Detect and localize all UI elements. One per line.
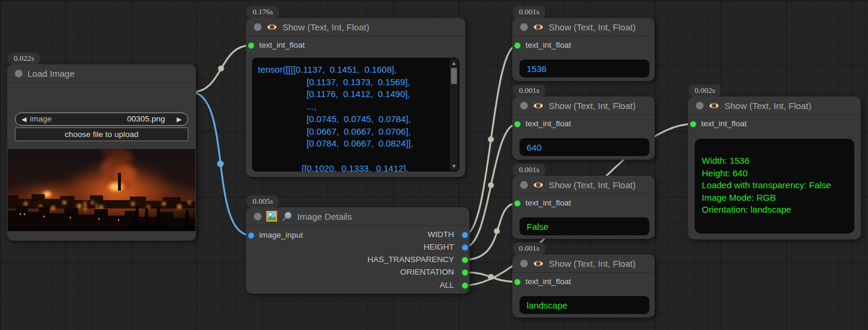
scrollbar[interactable]: ▲ ▼ bbox=[450, 59, 458, 170]
tensor-line bbox=[258, 150, 446, 163]
link-midpoint-dot bbox=[218, 66, 224, 71]
node-image-details[interactable]: 0.005s Image Details image_input WIDTH H… bbox=[246, 207, 469, 294]
value-display[interactable]: 1536 bbox=[519, 60, 649, 77]
node-show-all[interactable]: 0.002s Show (Text, Int, Float) text_int_… bbox=[688, 96, 861, 239]
value-display[interactable]: 640 bbox=[519, 138, 649, 156]
output-label-height: HEIGHT bbox=[424, 242, 454, 252]
output-slot-has-transparency[interactable] bbox=[462, 257, 468, 263]
scroll-down-icon[interactable]: ▼ bbox=[450, 163, 458, 170]
node-header[interactable]: Show (Text, Int, Float) bbox=[246, 18, 465, 36]
output-label-all: ALL bbox=[440, 281, 454, 290]
eye-icon bbox=[533, 21, 544, 33]
input-label: image_input bbox=[259, 231, 303, 240]
output-label-has-transparency: HAS_TRANSPARENCY bbox=[368, 255, 454, 264]
node-header[interactable]: Show (Text, Int, Float) bbox=[512, 176, 655, 194]
node-status-dot bbox=[15, 70, 23, 77]
combo-prev-arrow-icon[interactable]: ◀ bbox=[21, 113, 26, 125]
eye-icon bbox=[708, 100, 720, 111]
execution-time-badge: 0.022s bbox=[8, 52, 40, 64]
node-title: Show (Text, Int, Float) bbox=[282, 22, 369, 32]
input-slot-image-input[interactable] bbox=[248, 232, 254, 239]
summary-line: Image Mode: RGB bbox=[702, 192, 847, 204]
execution-time-badge: 0.001s bbox=[513, 85, 545, 96]
summary-line: Loaded with transparency: False bbox=[702, 179, 847, 192]
node-status-dot bbox=[520, 102, 528, 110]
node-header[interactable]: Load Image bbox=[7, 64, 196, 83]
node-header[interactable]: Show (Text, Int, Float) bbox=[512, 254, 655, 273]
picture-icon bbox=[266, 211, 277, 222]
execution-time-badge: 0.001s bbox=[513, 164, 545, 176]
link-midpoint-dot bbox=[494, 228, 500, 234]
input-slot-text-int-float[interactable] bbox=[248, 42, 254, 49]
combo-next-arrow-icon[interactable]: ▶ bbox=[177, 113, 182, 125]
magnifier-icon bbox=[282, 211, 293, 222]
node-show-height[interactable]: 0.001s Show (Text, Int, Float) text_int_… bbox=[512, 96, 655, 160]
node-header[interactable]: Image Details bbox=[246, 207, 469, 226]
link-midpoint-dot bbox=[217, 161, 224, 167]
summary-line: Orientation: landscape bbox=[702, 204, 847, 216]
tensor-line: [0.1176, 0.1412, 0.1490], bbox=[258, 88, 446, 101]
choose-file-button[interactable]: choose file to upload bbox=[15, 127, 188, 141]
output-label-orientation: ORIENTATION bbox=[400, 267, 454, 277]
summary-line: Width: 1536 bbox=[702, 155, 847, 167]
node-header[interactable]: Show (Text, Int, Float) bbox=[512, 18, 655, 36]
node-show-width[interactable]: 0.001s Show (Text, Int, Float) text_int_… bbox=[512, 18, 655, 81]
eye-icon bbox=[533, 258, 544, 269]
link-midpoint-dot bbox=[488, 274, 494, 280]
node-header[interactable]: Show (Text, Int, Float) bbox=[688, 96, 861, 115]
execution-time-badge: 0.002s bbox=[689, 85, 721, 96]
tensor-line: [0.0667, 0.0667, 0.0706], bbox=[258, 126, 446, 138]
input-label: text_int_float bbox=[259, 41, 305, 50]
tensor-line: ..., bbox=[258, 101, 446, 113]
input-slot-text-int-float[interactable] bbox=[514, 279, 521, 285]
node-status-dot bbox=[696, 102, 704, 110]
output-slot-width[interactable] bbox=[462, 232, 468, 238]
execution-time-badge: 0.176s bbox=[247, 6, 279, 18]
link-midpoint-dot bbox=[488, 136, 494, 142]
input-slot-text-int-float[interactable] bbox=[514, 200, 521, 207]
node-header[interactable]: Show (Text, Int, Float) bbox=[512, 96, 655, 115]
input-label: text_int_float bbox=[525, 41, 571, 50]
output-slot-height[interactable] bbox=[462, 244, 468, 251]
scrollbar-thumb[interactable] bbox=[451, 68, 457, 84]
scroll-up-icon[interactable]: ▲ bbox=[450, 60, 458, 67]
node-title: Load Image bbox=[27, 69, 74, 79]
tensor-line: [0.0784, 0.0667, 0.0824]], bbox=[258, 138, 446, 150]
input-label: text_int_float bbox=[525, 119, 571, 129]
summary-text-widget[interactable]: Width: 1536 Height: 640 Loaded with tran… bbox=[695, 139, 854, 234]
node-graph-canvas[interactable]: 0.022s Load Image IMAGE MASK ◀ image 003… bbox=[0, 0, 868, 330]
node-title: Show (Text, Int, Float) bbox=[549, 259, 636, 269]
value-display[interactable]: landscape bbox=[519, 296, 649, 314]
load-image-preview bbox=[8, 149, 195, 231]
execution-time-badge: 0.005s bbox=[247, 195, 279, 207]
input-slot-text-int-float[interactable] bbox=[514, 42, 521, 49]
input-slot-text-int-float[interactable] bbox=[514, 121, 521, 127]
eye-icon bbox=[533, 179, 544, 191]
node-load-image[interactable]: 0.022s Load Image IMAGE MASK ◀ image 003… bbox=[7, 64, 196, 241]
execution-time-badge: 0.001s bbox=[513, 242, 545, 254]
node-show-tensor[interactable]: 0.176s Show (Text, Int, Float) text_int_… bbox=[246, 18, 465, 177]
output-slot-orientation[interactable] bbox=[462, 269, 468, 276]
input-label: text_int_float bbox=[525, 198, 571, 208]
node-status-dot bbox=[254, 23, 262, 31]
combo-selected-value: 00305.png bbox=[127, 113, 165, 125]
link-midpoint-dot bbox=[488, 182, 494, 188]
eye-icon bbox=[266, 21, 278, 33]
node-title: Image Details bbox=[297, 211, 352, 222]
input-label: text_int_float bbox=[525, 277, 571, 287]
output-slot-all[interactable] bbox=[462, 282, 468, 289]
summary-line: Height: 640 bbox=[702, 167, 847, 180]
image-file-combo[interactable]: ◀ image 00305.png ▶ bbox=[15, 113, 188, 126]
output-label-width: WIDTH bbox=[428, 230, 454, 239]
node-show-transparency[interactable]: 0.001s Show (Text, Int, Float) text_int_… bbox=[512, 176, 655, 239]
link-transparency-to-show bbox=[465, 203, 517, 260]
tensor-text-widget[interactable]: tensor([[[[0.1137, 0.1451, 0.1608], [0.1… bbox=[252, 58, 459, 172]
node-title: Show (Text, Int, Float) bbox=[724, 101, 811, 111]
node-title: Show (Text, Int, Float) bbox=[549, 22, 636, 32]
input-label: text_int_float bbox=[701, 119, 747, 129]
node-show-orientation[interactable]: 0.001s Show (Text, Int, Float) text_int_… bbox=[512, 254, 655, 317]
tensor-line: [[0.1020, 0.1333, 0.1412], bbox=[258, 163, 446, 172]
input-slot-text-int-float[interactable] bbox=[690, 121, 696, 127]
value-display[interactable]: False bbox=[519, 217, 649, 235]
node-status-dot bbox=[254, 213, 262, 220]
